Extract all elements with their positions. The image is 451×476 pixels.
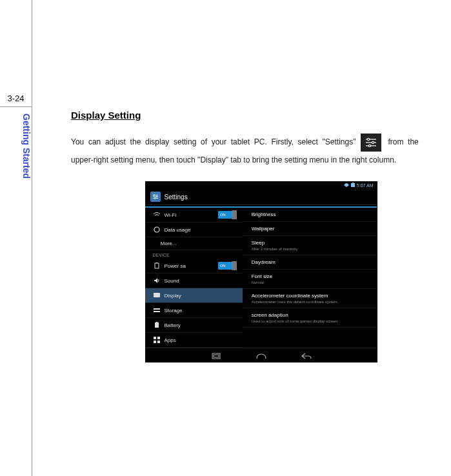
android-navbar [145,348,377,362]
setting-brightness[interactable]: Brightness [243,208,377,222]
svg-point-12 [156,196,157,197]
svg-rect-16 [156,263,157,263]
sound-label: Sound [165,278,179,284]
svg-rect-17 [154,293,160,297]
content-area: Display Setting You can adjust the displ… [32,0,451,476]
device-header: DEVICE [145,250,243,259]
svg-rect-15 [155,263,159,268]
wifi-label: Wi-Fi [165,212,177,218]
storage-icon [153,306,161,314]
setting-accelerometer[interactable]: Accelerometer coordinate system Accelero… [243,289,377,308]
page-spine: 3-24 Getting Started [0,0,32,476]
body-part-2: from the [386,137,421,146]
sidebar-item-sound[interactable]: Sound [145,273,243,288]
svg-rect-20 [155,322,159,328]
setting-sleep[interactable]: Sleep After 2 minutes of inactivity [243,236,377,255]
sidebar-item-data-usage[interactable]: Data usage [145,223,243,237]
settings-left-column: Wi-Fi ON Data usage More... DEVICE [145,205,243,348]
settings-right-column: Brightness Wallpaper Sleep After 2 minut… [243,205,377,348]
wifi-icon [344,183,349,188]
svg-point-11 [154,195,155,196]
data-usage-icon [153,226,161,233]
setting-font-size[interactable]: Font size Normal [243,270,377,289]
home-icon[interactable] [255,352,268,360]
display-label: Display [165,293,181,299]
back-icon[interactable] [300,352,313,360]
svg-rect-21 [156,322,157,322]
svg-point-3 [367,138,369,140]
svg-rect-24 [154,341,156,343]
svg-rect-7 [352,183,354,183]
setting-daydream[interactable]: Daydream [243,255,377,270]
apps-icon [153,336,161,344]
sound-icon [153,277,161,284]
svg-point-14 [154,227,159,232]
sidebar-item-display[interactable]: Display [145,288,243,303]
svg-rect-27 [214,355,219,357]
power-save-icon [153,262,161,270]
svg-rect-22 [154,337,156,339]
body-part-3: upper-right setting menu, then touch "Di… [71,155,396,164]
svg-rect-18 [154,308,160,310]
sidebar-item-battery[interactable]: Battery [145,318,243,333]
svg-rect-25 [157,341,160,343]
svg-rect-19 [154,311,160,312]
power-save-label: Power sa [165,263,186,269]
sidebar-item-more[interactable]: More... [145,237,243,250]
section-tab: Getting Started [0,107,32,179]
setting-screen-adaption[interactable]: screen adaption Used to adjust size of s… [243,308,377,328]
setting-wallpaper[interactable]: Wallpaper [243,222,377,236]
sidebar-item-wifi[interactable]: Wi-Fi ON [145,208,243,223]
svg-point-13 [154,198,155,199]
recent-apps-icon[interactable] [210,352,223,360]
status-bar: 5:07 AM [145,181,377,189]
body-text: You can adjust the display setting of yo… [71,134,451,168]
sidebar-item-power-save[interactable]: Power sa ON [145,259,243,273]
app-titlebar: Settings [145,189,377,205]
battery-icon [153,321,161,329]
power-save-toggle[interactable]: ON [218,262,236,270]
display-icon [153,292,161,299]
svg-rect-23 [157,337,160,339]
svg-point-4 [372,141,374,143]
battery-label: Battery [165,322,181,328]
settings-sliders-icon [361,134,381,152]
sidebar-item-storage[interactable]: Storage [145,303,243,318]
svg-point-5 [368,144,370,146]
app-title: Settings [165,193,188,201]
data-usage-label: Data usage [165,227,191,233]
wifi-toggle[interactable]: ON [218,211,236,219]
battery-icon [351,183,355,188]
svg-rect-6 [351,183,355,187]
body-part-1: You can adjust the display setting of yo… [71,137,356,146]
sidebar-item-apps[interactable]: Apps [145,333,243,348]
settings-app-icon [150,192,161,202]
apps-label: Apps [165,337,176,343]
embedded-screenshot: 5:07 AM Settings Wi-Fi [145,181,377,362]
page-number: 3-24 [0,0,32,107]
storage-label: Storage [165,308,183,313]
heading-display-setting: Display Setting [71,110,451,121]
wifi-icon [153,211,161,219]
